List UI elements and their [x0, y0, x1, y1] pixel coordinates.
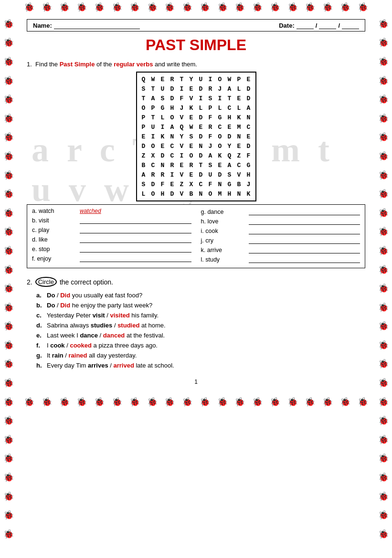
ws-cell: E	[187, 113, 196, 122]
answer-blank[interactable]	[80, 216, 191, 224]
ws-cell: N	[244, 113, 254, 122]
ladybug-icon: 🐞	[378, 226, 389, 237]
sentence-plain: /	[64, 352, 69, 359]
ladybug-icon: 🐞	[305, 397, 315, 407]
sentence-plain: you usually eat fast food?	[70, 292, 142, 299]
ladybug-icon: 🐞	[200, 2, 210, 12]
answer-blank[interactable]	[249, 255, 360, 263]
answers-col-left: a. watchwatchedb. visitc. playd. likee. …	[32, 208, 191, 265]
ws-cell: F	[158, 179, 168, 189]
ws-cell: U	[196, 74, 206, 84]
ladybug-icon: 🐞	[340, 397, 350, 407]
ladybug-icon: 🐞	[182, 2, 192, 12]
ws-cell: O	[215, 74, 225, 84]
ws-cell: J	[215, 84, 225, 94]
ladybug-icon: 🐞	[3, 415, 14, 426]
ws-cell: W	[187, 122, 196, 132]
ladybug-icon: 🐞	[3, 434, 14, 445]
table-row: LOHDVBNOMHNK	[139, 189, 254, 199]
answer-value-example: watched	[80, 208, 118, 214]
list-item: a.Do / Did you usually eat fast food?	[36, 292, 365, 299]
ladybug-icon: 🐞	[147, 397, 158, 407]
ladybug-icon: 🐞	[3, 378, 14, 388]
ladybug-icon: 🐞	[24, 397, 34, 407]
answer-blank[interactable]	[249, 208, 360, 215]
ws-cell: O	[187, 151, 196, 160]
ladybug-icon: 🐞	[200, 397, 210, 407]
answer-label: h. love	[201, 218, 249, 225]
sentence-plain: Sabrina always	[47, 322, 91, 329]
sentence-plain: /	[98, 332, 103, 339]
answer-blank[interactable]	[80, 254, 191, 262]
sentence-plain: It	[47, 352, 52, 359]
ws-cell: U	[158, 84, 168, 94]
ws-cell: D	[196, 84, 206, 94]
regular-verbs-label: regular verbs	[114, 61, 153, 68]
ladybug-icon: 🐞	[182, 397, 192, 407]
ws-cell: T	[196, 160, 206, 170]
answer-blank[interactable]	[80, 226, 191, 233]
sentence-plain: /	[108, 362, 114, 369]
sentence-option-correct: danced	[103, 332, 125, 339]
sentence-plain: his family.	[130, 312, 159, 319]
ladybug-icon: 🐞	[378, 378, 389, 388]
ws-cell: E	[196, 122, 206, 132]
answer-row: f. enjoy	[32, 254, 191, 262]
border-right: 🐞🐞🐞🐞🐞🐞🐞🐞🐞🐞🐞🐞🐞🐞🐞🐞🐞🐞🐞🐞🐞🐞🐞🐞🐞🐞🐞🐞	[375, 0, 392, 558]
ws-cell: E	[158, 141, 168, 151]
ws-cell: C	[148, 160, 158, 170]
ws-cell: K	[158, 132, 168, 141]
answer-blank[interactable]	[249, 227, 360, 234]
ladybug-icon: 🐞	[378, 529, 389, 539]
ws-cell: W	[225, 74, 234, 84]
ladybug-icon: 🐞	[3, 170, 14, 180]
ws-cell: T	[177, 74, 187, 84]
answer-row: h. love	[201, 217, 360, 225]
ws-cell: N	[168, 132, 177, 141]
ladybug-icon: 🐞	[3, 302, 14, 313]
sentence-option-normal: cook	[50, 342, 64, 349]
ws-cell: N	[215, 179, 225, 189]
answer-label: k. arrive	[201, 247, 249, 253]
section2-instruction: the correct option.	[60, 278, 113, 286]
ws-cell: S	[206, 160, 215, 170]
ws-cell: C	[168, 151, 177, 160]
ws-cell: P	[234, 74, 244, 84]
answer-blank[interactable]	[80, 245, 191, 253]
ws-cell: L	[234, 103, 244, 113]
date-label: Date:	[279, 22, 295, 29]
sentence-option-correct: visited	[110, 312, 130, 319]
table-row: DOECVENJOYED	[139, 141, 254, 151]
answer-blank[interactable]	[80, 235, 191, 243]
ws-cell: E	[177, 160, 187, 170]
ladybug-icon: 🐞	[378, 151, 389, 161]
answers-box: a. watchwatchedb. visitc. playd. likee. …	[27, 204, 365, 268]
ws-cell: N	[234, 132, 244, 141]
ladybug-icon: 🐞	[378, 94, 389, 105]
ladybug-icon: 🐞	[378, 434, 389, 445]
ladybug-icon: 🐞	[217, 2, 228, 12]
ws-cell: X	[187, 179, 196, 189]
sentence-plain: a pizza three days ago.	[92, 342, 158, 349]
sentence-option-normal: Do	[47, 292, 55, 299]
ws-cell: I	[177, 84, 187, 94]
ladybug-icon: 🐞	[378, 453, 389, 463]
table-row: QWERTYUIOWPE	[139, 74, 254, 84]
ladybug-icon: 🐞	[3, 283, 14, 294]
sentence-plain: at the festival.	[125, 332, 165, 339]
answer-blank[interactable]	[249, 217, 360, 225]
ws-cell: C	[225, 103, 234, 113]
sentence-plain: late at school.	[134, 362, 174, 369]
ws-cell: V	[234, 170, 244, 179]
sentence-option-normal: dance	[80, 332, 98, 339]
ladybug-icon: 🐞	[3, 113, 14, 124]
answer-blank[interactable]	[249, 246, 360, 253]
ladybug-icon: 🐞	[358, 397, 368, 407]
ws-cell: C	[168, 141, 177, 151]
ws-cell: J	[244, 179, 254, 189]
ladybug-icon: 🐞	[3, 245, 14, 256]
ws-cell: P	[206, 103, 215, 113]
answer-blank[interactable]	[249, 236, 360, 244]
ladybug-icon: 🐞	[3, 94, 14, 105]
ws-cell: C	[234, 160, 244, 170]
